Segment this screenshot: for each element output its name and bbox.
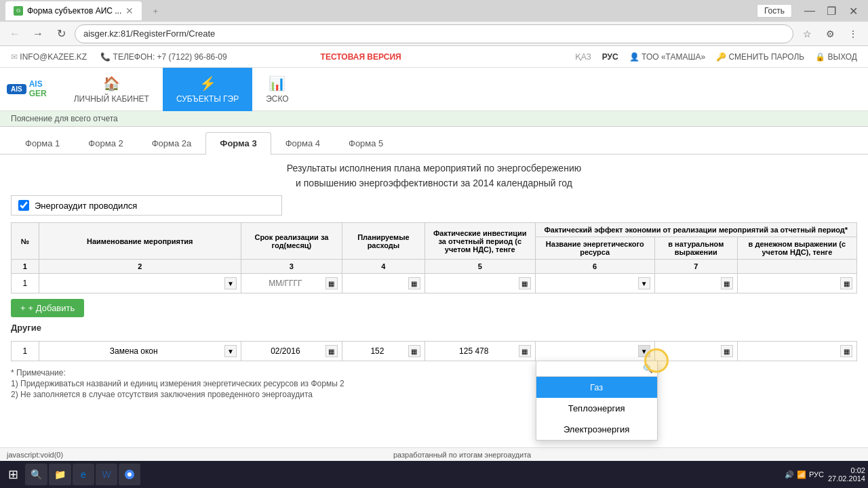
- col-num-3: 3: [241, 260, 342, 274]
- taskbar-search[interactable]: 🔍: [25, 464, 47, 485]
- row1-natural-input[interactable]: [659, 277, 721, 290]
- row2-resource[interactable]: ▼ 🔍 Газ Теплоэнергия Элект: [535, 342, 654, 361]
- row2-name[interactable]: ▼: [39, 342, 241, 361]
- note-section: * Примечание: 1) Придерживаться названий…: [11, 361, 857, 406]
- dropdown-search-input[interactable]: [540, 364, 640, 373]
- note-line-2: 2) Не заполняется в случае отсутствия за…: [11, 390, 857, 399]
- row2-monetary[interactable]: ▦: [737, 342, 856, 361]
- nav-esko[interactable]: 📊 ЭСКО: [252, 68, 302, 111]
- audit-checkbox-row: Энергоаудит проводился: [11, 195, 857, 216]
- back-button[interactable]: ←: [5, 24, 24, 43]
- taskbar-chrome[interactable]: [119, 464, 140, 485]
- col-num-5: 5: [425, 260, 535, 274]
- change-password-link[interactable]: 🔑 СМЕНИТЬ ПАРОЛЬ: [716, 52, 804, 62]
- dropdown-item-gas[interactable]: Газ: [536, 377, 657, 398]
- row1-planned[interactable]: ▦: [342, 274, 425, 293]
- row2-period[interactable]: ▦: [241, 342, 342, 361]
- row2-name-btn[interactable]: ▼: [224, 345, 237, 357]
- new-tab-button[interactable]: +: [144, 1, 166, 20]
- add-button[interactable]: + + Добавить: [11, 299, 84, 317]
- refresh-button[interactable]: ↻: [52, 24, 71, 43]
- row1-name[interactable]: ▼: [39, 274, 241, 293]
- row2-invest-btn[interactable]: ▦: [519, 345, 531, 357]
- row2-resource-dropdown-btn[interactable]: ▼: [638, 345, 650, 357]
- col-num-4: 4: [342, 260, 425, 274]
- browser-tab-active[interactable]: G Форма субъектов АИС ... ✕: [5, 1, 142, 20]
- row1-resource[interactable]: ▼: [535, 274, 654, 293]
- col-num-2: 2: [39, 260, 241, 274]
- taskbar-ie[interactable]: e: [73, 464, 94, 485]
- row1-monetary[interactable]: ▦: [737, 274, 856, 293]
- row2-natural-input[interactable]: [659, 344, 721, 358]
- row1-resource-dropdown-btn[interactable]: ▼: [638, 277, 650, 289]
- form-tab-2[interactable]: Форма 2: [74, 132, 137, 154]
- row2-invest[interactable]: ▦: [425, 342, 535, 361]
- test-version-badge: ТЕСТОВАЯ ВЕРСИЯ: [321, 52, 401, 62]
- dropdown-item-electric[interactable]: Электроэнергия: [536, 419, 657, 440]
- audit-checkbox[interactable]: [18, 200, 29, 211]
- minimize-button[interactable]: —: [800, 1, 819, 20]
- row1-name-btn[interactable]: ▼: [224, 277, 237, 289]
- maximize-button[interactable]: ❐: [822, 1, 841, 20]
- lang-rus[interactable]: РУС: [602, 52, 618, 62]
- form-tab-4[interactable]: Форма 3: [205, 132, 271, 155]
- row1-monetary-btn[interactable]: ▦: [840, 277, 852, 289]
- row1-resource-input[interactable]: [540, 277, 638, 290]
- start-button[interactable]: ⊞: [3, 464, 24, 485]
- form-tab-1[interactable]: Форма 1: [11, 132, 74, 154]
- email-info: ✉ INFO@KAZEE.KZ: [11, 52, 87, 62]
- extensions-button[interactable]: ⚙: [821, 24, 840, 43]
- right-info: ҚАЗ РУС 👤 ТОО «ТАМАША» 🔑 СМЕНИТЬ ПАРОЛЬ …: [575, 52, 857, 62]
- row1-invest-btn[interactable]: ▦: [519, 277, 531, 289]
- address-bar[interactable]: [75, 24, 793, 43]
- row2-resource-input[interactable]: [540, 344, 638, 358]
- taskbar-word[interactable]: W: [96, 464, 117, 485]
- row1-period-btn[interactable]: ▦: [326, 277, 338, 289]
- menu-button[interactable]: ⋮: [844, 24, 863, 43]
- main-nav: AIS AIS GER 🏠 ЛИЧНЫЙ КАБИНЕТ ⚡ СУБЪЕКТЫ …: [0, 68, 868, 111]
- bookmark-button[interactable]: ☆: [797, 24, 816, 43]
- row2-planned-input[interactable]: [347, 344, 408, 358]
- dropdown-item-heat[interactable]: Теплоэнергия: [536, 398, 657, 419]
- taskbar-clock: 0:02 27.02.2014: [828, 466, 865, 483]
- row1-invest[interactable]: ▦: [425, 274, 535, 293]
- lang-kaz[interactable]: ҚАЗ: [575, 52, 591, 62]
- row1-name-input[interactable]: [43, 277, 224, 290]
- forward-button[interactable]: →: [28, 24, 47, 43]
- form-tab-5[interactable]: Форма 4: [271, 132, 334, 154]
- col-header-period: Срок реализации за год(месяц): [241, 223, 342, 260]
- col-header-planned: Планируемые расходы: [342, 223, 425, 260]
- row2-natural[interactable]: ▦: [654, 342, 737, 361]
- row1-monetary-input[interactable]: [742, 277, 840, 290]
- nav-subjects-label: СУБЪЕКТЫ ГЭР: [176, 94, 239, 104]
- row2-planned[interactable]: ▦: [342, 342, 425, 361]
- home-icon: 🏠: [103, 75, 120, 92]
- row2-num: 1: [12, 342, 39, 361]
- announcement-bar: Пояснение для всего отчета: [0, 111, 868, 127]
- tab-close-button[interactable]: ✕: [125, 5, 134, 16]
- close-window-button[interactable]: ✕: [844, 1, 863, 20]
- taskbar-file-explorer[interactable]: 📁: [49, 464, 71, 485]
- form-tab-3[interactable]: Форма 2а: [138, 132, 206, 154]
- row1-natural-btn[interactable]: ▦: [721, 277, 733, 289]
- row1-planned-input[interactable]: [347, 277, 408, 290]
- row1-natural[interactable]: ▦: [654, 274, 737, 293]
- browser-chrome: G Форма субъектов АИС ... ✕ + Гость — ❐ …: [0, 0, 868, 46]
- row2-name-input[interactable]: [43, 344, 224, 358]
- nav-subjects[interactable]: ⚡ СУБЪЕКТЫ ГЭР: [163, 68, 252, 111]
- row1-invest-input[interactable]: [429, 277, 519, 290]
- nav-home[interactable]: 🏠 ЛИЧНЫЙ КАБИНЕТ: [60, 68, 163, 111]
- row1-period-input[interactable]: [245, 277, 326, 290]
- row2-planned-btn[interactable]: ▦: [408, 345, 420, 357]
- row2-period-btn[interactable]: ▦: [326, 345, 338, 357]
- row2-period-input[interactable]: [245, 344, 326, 358]
- col-num-8: [737, 260, 856, 274]
- row2-invest-input[interactable]: [429, 344, 519, 358]
- row1-planned-btn[interactable]: ▦: [408, 277, 420, 289]
- row1-period[interactable]: ▦: [241, 274, 342, 293]
- row2-natural-btn[interactable]: ▦: [721, 345, 733, 357]
- form-tab-6[interactable]: Форма 5: [334, 132, 397, 154]
- row2-monetary-input[interactable]: [742, 344, 840, 358]
- row2-monetary-btn[interactable]: ▦: [840, 345, 852, 357]
- logout-link[interactable]: 🔒 ВЫХОД: [815, 52, 857, 62]
